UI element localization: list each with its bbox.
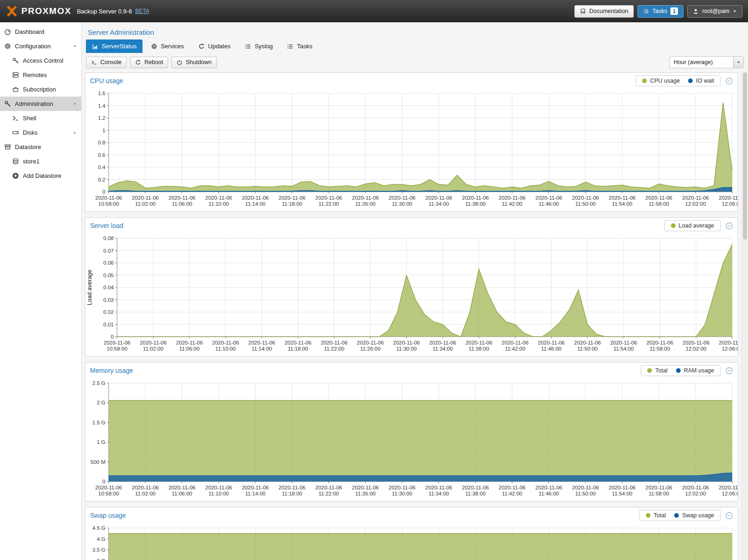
legend-dot (671, 223, 676, 228)
timeframe-combobox[interactable]: Hour (average) (670, 56, 744, 68)
sidebar-item-shell[interactable]: Shell (0, 111, 81, 125)
svg-text:2 G: 2 G (97, 400, 105, 405)
legend-item[interactable]: IO wait (688, 78, 714, 84)
caret-down-icon (736, 60, 741, 65)
tab-serverstatus[interactable]: ServerStatus (86, 39, 143, 53)
collapse-panel-icon[interactable] (725, 512, 733, 520)
tab-tasks[interactable]: Tasks (281, 39, 318, 53)
svg-text:2020-11-0610:58:00: 2020-11-0610:58:00 (95, 485, 122, 496)
main-content: Server Administration ServerStatus Servi… (82, 22, 748, 560)
database-icon (12, 158, 19, 165)
legend-dot (642, 78, 647, 83)
caret-down-icon (733, 9, 737, 13)
svg-text:0.04: 0.04 (104, 285, 114, 290)
sidebar-item-disks[interactable]: Disks (0, 125, 81, 140)
caret-down-icon[interactable] (72, 102, 77, 106)
chart-legend: TotalRAM usage (641, 365, 721, 376)
tab-syslog[interactable]: Syslog (239, 39, 279, 53)
caret-right-icon[interactable] (72, 130, 77, 135)
caret-down-icon[interactable] (72, 44, 77, 49)
svg-text:2020-11-0611:34:00: 2020-11-0611:34:00 (425, 485, 452, 496)
tab-label: ServerStatus (102, 43, 137, 50)
sidebar-item-configuration[interactable]: Configuration (0, 39, 81, 53)
svg-text:2020-11-0611:06:00: 2020-11-0611:06:00 (169, 485, 195, 496)
sidebar-item-store1[interactable]: store1 (0, 154, 81, 169)
sidebar-item-access-control[interactable]: Access Control (0, 53, 81, 68)
legend-label: Total (654, 512, 666, 519)
wrench-icon (4, 100, 11, 107)
tab-services[interactable]: Services (145, 39, 190, 53)
panel-title: Server load (90, 222, 124, 229)
header-actions: Documentation Tasks 1 root@pam (574, 5, 742, 18)
svg-text:2020-11-0611:42:00: 2020-11-0611:42:00 (499, 485, 526, 496)
sidebar-item-label: Configuration (15, 43, 51, 50)
svg-text:0.2: 0.2 (98, 177, 105, 182)
task-list-icon (643, 8, 649, 14)
collapse-panel-icon[interactable] (725, 367, 733, 375)
terminal-icon (12, 115, 19, 122)
combo-trigger-button[interactable] (733, 57, 743, 68)
svg-text:2020-11-0611:26:00: 2020-11-0611:26:00 (357, 340, 384, 352)
console-button[interactable]: Console (86, 57, 127, 68)
sidebar-item-datastore[interactable]: Datastore (0, 140, 81, 154)
cpu-usage-chart: 00.20.40.60.811.21.41.62020-11-0610:58:0… (85, 89, 738, 210)
legend-dot (647, 368, 652, 373)
svg-text:2020-11-0611:46:00: 2020-11-0611:46:00 (535, 485, 562, 496)
legend-item[interactable]: Swap usage (674, 512, 714, 519)
svg-text:0.01: 0.01 (104, 322, 114, 327)
svg-text:2020-11-0611:54:00: 2020-11-0611:54:00 (609, 485, 636, 496)
memory-usage-panel: Memory usage TotalRAM usage 0500 M1 G1.5… (85, 362, 738, 501)
sidebar-item-label: Add Datastore (23, 172, 61, 179)
svg-text:2020-11-0611:54:00: 2020-11-0611:54:00 (610, 340, 637, 352)
collapse-panel-icon[interactable] (725, 222, 733, 230)
documentation-button[interactable]: Documentation (574, 5, 634, 18)
svg-text:0: 0 (111, 334, 114, 339)
svg-text:2020-11-0611:50:00: 2020-11-0611:50:00 (572, 195, 599, 207)
svg-text:2020-11-0611:50:00: 2020-11-0611:50:00 (574, 340, 601, 352)
tasks-count-badge: 1 (670, 7, 678, 15)
swap-usage-chart: 0500 M1 G1.5 G2 G2.5 G3 G3.5 G4 G4.5 G20… (85, 523, 738, 560)
tab-updates[interactable]: Updates (192, 39, 236, 53)
panel-title: CPU usage (90, 77, 124, 85)
svg-text:2020-11-0611:38:00: 2020-11-0611:38:00 (462, 195, 489, 207)
svg-text:1.4: 1.4 (98, 103, 106, 109)
svg-text:2020-11-0611:58:00: 2020-11-0611:58:00 (646, 340, 673, 352)
svg-text:0.4: 0.4 (98, 164, 106, 170)
product-version: Backup Server 0.9-6 (77, 8, 132, 15)
server-load-panel: Server load Load average 00.010.020.030.… (85, 217, 738, 357)
legend-item[interactable]: Total (646, 512, 666, 519)
legend-dot (676, 368, 681, 373)
legend-item[interactable]: RAM usage (676, 367, 714, 374)
timeframe-value: Hour (average) (670, 57, 733, 68)
legend-item[interactable]: Total (647, 367, 667, 374)
svg-text:2020-11-0611:10:00: 2020-11-0611:10:00 (205, 485, 232, 496)
legend-item[interactable]: Load average (671, 222, 714, 229)
list-icon (245, 43, 251, 50)
legend-item[interactable]: CPU usage (642, 78, 680, 84)
svg-text:500 M: 500 M (91, 459, 105, 465)
tasks-button[interactable]: Tasks 1 (637, 5, 683, 18)
sidebar-item-add-datastore[interactable]: Add Datastore (0, 169, 81, 183)
beta-link[interactable]: BETA (135, 8, 149, 14)
shutdown-button[interactable]: Shutdown (171, 57, 217, 68)
power-icon (176, 59, 182, 65)
scrollbar-thumb[interactable] (743, 72, 747, 240)
sidebar-item-remotes[interactable]: Remotes (0, 68, 81, 82)
collapse-panel-icon[interactable] (725, 77, 733, 85)
svg-text:2020-11-0611:54:00: 2020-11-0611:54:00 (609, 195, 636, 207)
memory-usage-chart: 0500 M1 G1.5 G2 G2.5 G2020-11-0610:58:00… (85, 378, 738, 500)
shutdown-label: Shutdown (186, 59, 212, 65)
swap-usage-panel: Swap usage TotalSwap usage 0500 M1 G1.5 … (85, 507, 738, 560)
user-menu-button[interactable]: root@pam (687, 5, 742, 18)
tab-bar: ServerStatus Services Updates Syslog Tas… (82, 39, 748, 53)
svg-text:2020-11-0612:06:00: 2020-11-0612:06:00 (719, 485, 738, 496)
sidebar-item-administration[interactable]: Administration (0, 97, 81, 111)
vertical-scrollbar[interactable] (741, 72, 748, 560)
legend-dot (674, 513, 679, 518)
sidebar-item-dashboard[interactable]: Dashboard (0, 25, 81, 39)
sidebar-item-subscription[interactable]: Subscription (0, 82, 81, 97)
tab-label: Updates (208, 43, 230, 50)
svg-text:2020-11-0610:58:00: 2020-11-0610:58:00 (95, 195, 122, 207)
svg-text:0: 0 (103, 189, 105, 195)
reboot-button[interactable]: Reboot (130, 57, 168, 68)
